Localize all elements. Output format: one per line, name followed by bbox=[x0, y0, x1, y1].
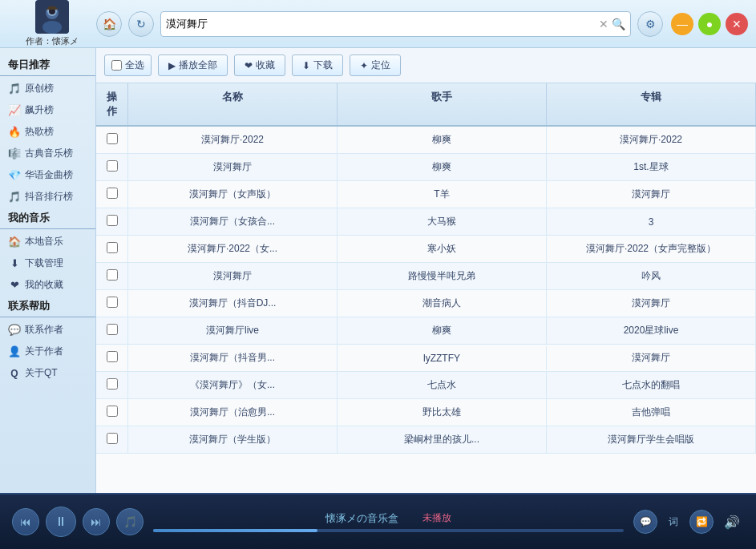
settings-button[interactable]: ⚙ bbox=[637, 11, 663, 37]
sidebar-item-download-manager[interactable]: ⬇ 下载管理 bbox=[0, 252, 95, 274]
row-checkbox-1[interactable] bbox=[107, 160, 118, 172]
sidebar-item-label: 抖音排行榜 bbox=[25, 190, 73, 204]
row-name-3[interactable]: 漠河舞厅（女孩合... bbox=[128, 208, 338, 235]
music-note-player-icon: 🎵 bbox=[123, 515, 137, 528]
row-checkbox-cell[interactable] bbox=[96, 154, 128, 180]
window-controls: — ● ✕ bbox=[671, 13, 748, 35]
table-row: 漠河舞厅（抖音男... lyZZTFY 漠河舞厅 bbox=[96, 345, 756, 372]
sidebar-item-label: 我的收藏 bbox=[25, 278, 63, 292]
row-checkbox-11[interactable] bbox=[107, 433, 118, 444]
row-checkbox-cell[interactable] bbox=[96, 317, 128, 344]
select-all-checkbox[interactable] bbox=[111, 60, 122, 71]
row-name-2[interactable]: 漠河舞厅（女声版） bbox=[128, 181, 338, 208]
row-name-10[interactable]: 漠河舞厅（治愈男... bbox=[128, 399, 338, 426]
row-checkbox-3[interactable] bbox=[107, 215, 118, 226]
table-row: 漠河舞厅（治愈男... 野比太雄 吉他弹唱 bbox=[96, 399, 756, 426]
next-icon: ⏭ bbox=[91, 515, 102, 528]
sidebar-item-about-author[interactable]: 👤 关于作者 bbox=[0, 341, 95, 362]
row-checkbox-5[interactable] bbox=[107, 269, 118, 281]
locate-button[interactable]: ✦ 定位 bbox=[350, 54, 401, 76]
row-name-1[interactable]: 漠河舞厅 bbox=[128, 154, 338, 180]
sidebar-item-local-music[interactable]: 🏠 本地音乐 bbox=[0, 231, 95, 252]
row-checkbox-cell[interactable] bbox=[96, 399, 128, 426]
row-name-9[interactable]: 《漠河舞厅》（女... bbox=[128, 372, 338, 398]
table-row: 漠河舞厅（女孩合... 大马猴 3 bbox=[96, 208, 756, 236]
table-row: 漠河舞厅（抖音DJ... 潮音病人 漠河舞厅 bbox=[96, 290, 756, 317]
sidebar-item-about-qt[interactable]: Q 关于QT bbox=[0, 362, 95, 384]
row-checkbox-cell[interactable] bbox=[96, 181, 128, 208]
sidebar-item-rising[interactable]: 📈 飙升榜 bbox=[0, 99, 95, 121]
row-checkbox-cell[interactable] bbox=[96, 127, 128, 153]
row-album-7: 2020星球live bbox=[547, 317, 756, 344]
sidebar-item-original[interactable]: 🎵 原创榜 bbox=[0, 78, 95, 99]
sidebar-section-mymusic: 我的音乐 bbox=[0, 208, 95, 229]
row-checkbox-8[interactable] bbox=[107, 351, 118, 362]
progress-bar[interactable] bbox=[153, 529, 624, 532]
table-row: 漠河舞厅 柳爽 1st.星球 bbox=[96, 154, 756, 181]
download-button[interactable]: ⬇ 下载 bbox=[292, 54, 343, 76]
pause-button[interactable]: ⏸ bbox=[46, 507, 76, 537]
row-artist-1: 柳爽 bbox=[338, 154, 547, 180]
row-checkbox-4[interactable] bbox=[107, 242, 118, 253]
row-checkbox-cell[interactable] bbox=[96, 345, 128, 371]
minimize-button[interactable]: — bbox=[671, 13, 693, 35]
row-checkbox-cell[interactable] bbox=[96, 290, 128, 317]
next-button[interactable]: ⏭ bbox=[83, 508, 110, 535]
row-name-7[interactable]: 漠河舞厅live bbox=[128, 317, 338, 344]
play-icon: ▶ bbox=[168, 60, 176, 71]
search-clear-icon[interactable]: ✕ bbox=[599, 18, 608, 30]
sidebar-item-favorites[interactable]: ❤ 我的收藏 bbox=[0, 274, 95, 296]
prev-button[interactable]: ⏮ bbox=[12, 508, 39, 535]
row-album-8: 漠河舞厅 bbox=[547, 345, 756, 371]
row-checkbox-cell[interactable] bbox=[96, 372, 128, 398]
sidebar-item-label: 古典音乐榜 bbox=[25, 147, 73, 160]
refresh-button[interactable]: ↻ bbox=[128, 11, 154, 37]
row-checkbox-0[interactable] bbox=[107, 133, 118, 144]
row-checkbox-7[interactable] bbox=[107, 324, 118, 335]
row-checkbox-cell[interactable] bbox=[96, 426, 128, 453]
row-checkbox-2[interactable] bbox=[107, 188, 118, 199]
row-checkbox-6[interactable] bbox=[107, 297, 118, 308]
play-all-button[interactable]: ▶ 播放全部 bbox=[158, 54, 228, 76]
row-name-8[interactable]: 漠河舞厅（抖音男... bbox=[128, 345, 338, 371]
search-icon[interactable]: 🔍 bbox=[612, 18, 625, 30]
row-checkbox-10[interactable] bbox=[107, 406, 118, 417]
row-name-5[interactable]: 漠河舞厅 bbox=[128, 263, 338, 289]
sidebar-item-contact-author[interactable]: 💬 联系作者 bbox=[0, 319, 95, 341]
sidebar-item-douyin[interactable]: 🎵 抖音排行榜 bbox=[0, 186, 95, 208]
home-button[interactable]: 🏠 bbox=[96, 11, 122, 37]
row-name-4[interactable]: 漠河舞厅·2022（女... bbox=[128, 236, 338, 262]
table-row: 漠河舞厅（女声版） T羊 漠河舞厅 bbox=[96, 181, 756, 208]
avatar[interactable] bbox=[35, 0, 69, 34]
row-checkbox-cell[interactable] bbox=[96, 208, 128, 235]
row-checkbox-cell[interactable] bbox=[96, 263, 128, 289]
comment-button[interactable]: 💬 bbox=[633, 510, 657, 534]
douyin-icon: 🎵 bbox=[8, 191, 21, 203]
row-checkbox-cell[interactable] bbox=[96, 236, 128, 262]
loop-button[interactable]: 🔁 bbox=[689, 510, 714, 534]
lyrics-button[interactable]: 词 bbox=[664, 512, 683, 532]
row-name-6[interactable]: 漠河舞厅（抖音DJ... bbox=[128, 290, 338, 317]
row-artist-5: 路慢慢半吨兄弟 bbox=[338, 263, 547, 289]
search-input[interactable] bbox=[166, 18, 596, 30]
row-album-11: 漠河舞厅学生会唱版 bbox=[547, 426, 756, 453]
select-all-button[interactable]: 全选 bbox=[104, 54, 152, 76]
close-button[interactable]: ✕ bbox=[726, 13, 748, 35]
comment-icon: 💬 bbox=[640, 516, 652, 527]
row-checkbox-9[interactable] bbox=[107, 378, 118, 390]
volume-button[interactable]: 🔊 bbox=[720, 510, 744, 534]
sidebar-item-chinese[interactable]: 💎 华语金曲榜 bbox=[0, 164, 95, 186]
row-name-0[interactable]: 漠河舞厅·2022 bbox=[128, 127, 338, 153]
maximize-button[interactable]: ● bbox=[698, 13, 721, 35]
row-album-3: 3 bbox=[547, 210, 756, 234]
music-icon-button[interactable]: 🎵 bbox=[116, 508, 144, 535]
user-icon: 👤 bbox=[8, 345, 21, 357]
title-bar: 作者：懐涿メ 🏠 ↻ ✕ 🔍 ⚙ — ● ✕ bbox=[0, 0, 756, 48]
chart-icon: 📈 bbox=[8, 104, 21, 116]
classical-icon: 🎼 bbox=[8, 147, 21, 159]
player-controls: ⏮ ⏸ ⏭ 🎵 bbox=[12, 507, 144, 537]
sidebar-item-classical[interactable]: 🎼 古典音乐榜 bbox=[0, 143, 95, 164]
sidebar-item-hot[interactable]: 🔥 热歌榜 bbox=[0, 121, 95, 143]
row-name-11[interactable]: 漠河舞厅（学生版） bbox=[128, 426, 338, 453]
collect-button[interactable]: ❤ 收藏 bbox=[234, 54, 285, 76]
